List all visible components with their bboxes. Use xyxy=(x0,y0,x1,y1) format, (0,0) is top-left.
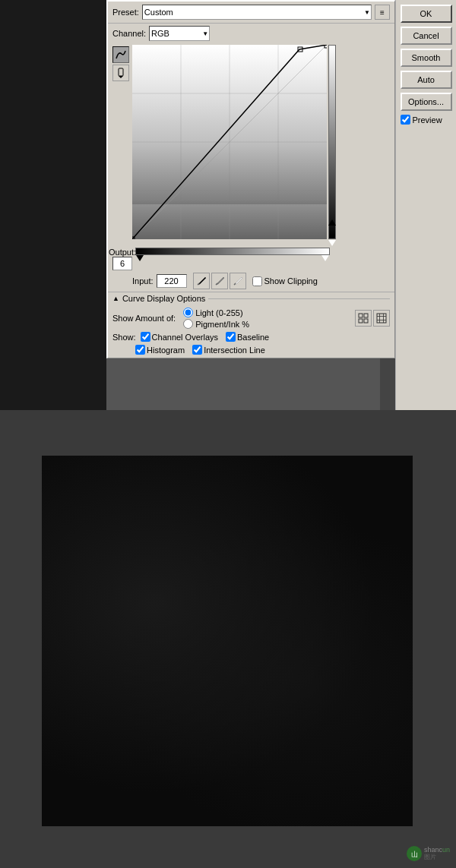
watermark-logo-icon: 山 xyxy=(406,845,423,862)
output-label-area: Output: xyxy=(112,248,132,270)
smooth-button[interactable]: Smooth xyxy=(401,49,452,67)
svg-rect-0 xyxy=(119,68,123,76)
preset-menu-icon: ≡ xyxy=(380,8,385,17)
intersection-item: Intersection Line xyxy=(192,345,265,355)
canvas-preview xyxy=(42,456,413,826)
intersection-label: Intersection Line xyxy=(204,346,265,355)
baseline-item: Baseline xyxy=(226,332,269,342)
pencil-tool-button[interactable] xyxy=(112,65,129,81)
svg-rect-16 xyxy=(364,319,368,323)
svg-rect-13 xyxy=(359,314,363,317)
show-amount-row: Show Amount of: Light (0-255) Pigment/In… xyxy=(112,306,390,330)
baseline-checkbox[interactable] xyxy=(226,332,236,342)
channel-overlays-checkbox[interactable] xyxy=(141,332,150,342)
preset-select[interactable]: Custom xyxy=(142,5,372,20)
light-radio[interactable] xyxy=(183,308,193,317)
watermark-text: shancun 图片 xyxy=(424,847,450,861)
preset-label: Preset: xyxy=(112,8,139,17)
h-gradient-bar xyxy=(135,248,330,255)
watermark: 山 shancun 图片 xyxy=(406,845,450,862)
pigment-radio[interactable] xyxy=(183,319,193,329)
v-slider-black[interactable] xyxy=(328,219,336,226)
eyedrop-white-button[interactable] xyxy=(230,273,246,289)
input-field[interactable] xyxy=(157,274,187,288)
pigment-label: Pigment/Ink % xyxy=(195,320,249,329)
cancel-button[interactable]: Cancel xyxy=(401,27,452,45)
channel-label: Channel: xyxy=(112,29,146,38)
input-label: Input: xyxy=(132,276,154,286)
channel-overlays-item: Channel Overlays xyxy=(141,332,218,342)
v-gradient-bar xyxy=(328,45,336,239)
ok-label: OK xyxy=(420,9,432,18)
output-label: Output: xyxy=(109,248,136,257)
preset-row: Preset: Custom ≡ xyxy=(108,2,394,24)
histogram-checkbox[interactable] xyxy=(135,345,145,355)
curve-tools xyxy=(112,45,129,81)
svg-marker-1 xyxy=(119,76,123,78)
grid-buttons xyxy=(355,310,390,327)
svg-text:山: 山 xyxy=(410,851,417,858)
grid-small-icon xyxy=(358,313,369,324)
channel-overlays-label: Channel Overlays xyxy=(152,333,218,342)
pencil-icon xyxy=(116,68,126,78)
show-clipping-checkbox[interactable] xyxy=(252,276,262,286)
radio-group: Light (0-255) Pigment/Ink % xyxy=(183,308,249,329)
eyedrop-black-button[interactable] xyxy=(193,273,210,289)
grid-large-button[interactable] xyxy=(373,310,390,327)
eyedropper-buttons xyxy=(193,273,246,289)
curve-display-label: Curve Display Options xyxy=(122,294,205,303)
light-radio-item: Light (0-255) xyxy=(183,308,249,317)
eyedrop-white-icon xyxy=(233,276,243,286)
show-clipping-row: Show Clipping xyxy=(252,276,318,286)
auto-label: Auto xyxy=(417,75,435,84)
h-slider-white[interactable] xyxy=(321,255,329,261)
v-slider-white[interactable] xyxy=(328,240,336,246)
channel-select[interactable]: RGB xyxy=(149,26,210,41)
eyedrop-black-icon xyxy=(196,276,207,286)
curve-svg xyxy=(132,45,327,239)
expand-icon: ▲ xyxy=(112,295,119,302)
eyedrop-gray-icon xyxy=(214,276,225,286)
show-row-1: Show: Channel Overlays Baseline xyxy=(112,330,390,343)
curve-graph[interactable] xyxy=(132,45,327,239)
preview-checkbox[interactable] xyxy=(401,115,410,125)
curves-dialog: Preset: Custom ≡ Channel: RGB xyxy=(106,0,395,358)
pigment-radio-item: Pigment/Ink % xyxy=(183,319,249,329)
right-panel: OK Cancel Smooth Auto Options... Preview xyxy=(395,0,456,410)
h-slider-black[interactable] xyxy=(136,255,144,261)
curve-container xyxy=(108,43,394,248)
svg-rect-9 xyxy=(132,204,327,239)
section-divider xyxy=(208,298,390,299)
input-row: Input: xyxy=(108,270,394,292)
channel-select-wrapper: RGB xyxy=(149,26,210,41)
ok-button[interactable]: OK xyxy=(401,5,452,23)
histogram-item: Histogram xyxy=(135,345,185,355)
bg-dark-left xyxy=(0,0,106,410)
auto-button[interactable]: Auto xyxy=(401,71,452,89)
grid-small-button[interactable] xyxy=(355,310,372,327)
curve-tool-button[interactable] xyxy=(112,46,129,63)
histogram-label: Histogram xyxy=(147,346,185,355)
options-button[interactable]: Options... xyxy=(401,93,452,111)
h-slider-row xyxy=(135,255,330,261)
output-field[interactable] xyxy=(112,257,132,270)
curve-display-header[interactable]: ▲ Curve Display Options xyxy=(112,294,390,303)
intersection-checkbox[interactable] xyxy=(192,345,202,355)
show-clipping-label: Show Clipping xyxy=(264,276,318,286)
show-row-2: Histogram Intersection Line xyxy=(112,343,390,356)
preview-row: Preview xyxy=(401,115,452,125)
eyedrop-gray-button[interactable] xyxy=(211,273,228,289)
show-amount-label: Show Amount of: xyxy=(112,314,176,323)
smooth-label: Smooth xyxy=(412,53,441,62)
curve-display-section: ▲ Curve Display Options Show Amount of: … xyxy=(108,292,394,358)
channel-row: Channel: RGB xyxy=(108,24,394,43)
svg-rect-15 xyxy=(359,319,363,323)
svg-rect-14 xyxy=(364,314,368,317)
preset-menu-button[interactable]: ≡ xyxy=(375,5,390,20)
preview-label: Preview xyxy=(413,115,442,125)
output-area: Output: xyxy=(108,248,394,270)
svg-rect-21 xyxy=(377,314,386,323)
preset-select-wrapper: Custom xyxy=(142,5,372,20)
show-label: Show: xyxy=(112,333,136,342)
curve-tool-icon xyxy=(116,49,126,60)
